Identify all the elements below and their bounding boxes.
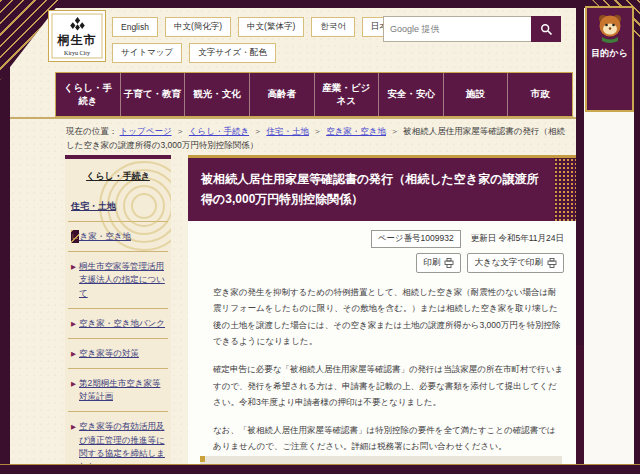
breadcrumb-separator: ＞ [254,126,263,136]
sidebar-item-support-corporation[interactable]: ▶ 桐生市空家等管理活用支援法人の指定について [65,252,171,308]
page-title: 被相続人居住用家屋等確認書の発行（相続した空き家の譲渡所得の3,000万円特別控… [188,155,576,221]
search-button[interactable] [531,16,561,42]
next-section-bar [200,456,562,464]
purpose-menu-panel[interactable]: 目的から [585,6,634,112]
breadcrumb-label: 現在の位置： [66,126,117,136]
sidebar: くらし・手続き 住宅・土地 ∟ 空き家・空き地 ▶ 桐生市空家等管理活用支援法人… [65,155,171,464]
arrow-marker-icon: ▶ [71,347,76,360]
printer-icon [547,258,557,268]
sidebar-item-vacant-house-bank[interactable]: ▶ 空き家・空き地バンク [65,309,171,338]
city-name-japanese: 桐生市 [58,32,97,49]
print-actions: 印刷 大きな文字で印刷 [188,253,564,273]
page-meta: ページ番号1009932 更新日 令和5年11月24日 [188,230,564,248]
nav-city-government[interactable]: 市政 [507,73,572,116]
arrow-marker-icon: ▶ [71,420,76,464]
breadcrumb-link-living[interactable]: くらし・手続き [189,126,249,136]
frame-right [634,0,640,474]
nav-facilities[interactable]: 施設 [443,73,508,116]
breadcrumb-link-housing-land[interactable]: 住宅・土地 [266,126,309,136]
kiryu-city-webpage: 桐生市 Kiryu City English 中文(簡化字) 中文(繁体字) 한… [0,0,640,474]
sidebar-item-countermeasures[interactable]: ▶ 空き家等の対策 [65,339,171,368]
print-button[interactable]: 印刷 [416,253,461,273]
global-navigation: くらし・手続き 子育て・教育 観光・文化 高齢者 産業・ビジネス 安全・安心 施… [55,72,573,117]
lang-chinese-traditional-button[interactable]: 中文(繁体字) [238,17,304,37]
nav-industry-business[interactable]: 産業・ビジネス [314,73,379,116]
printer-icon [444,258,454,268]
section-bullet-icon [200,456,205,462]
sidebar-item-vacant-houses[interactable]: ∟ 空き家・空き地 [65,222,171,251]
city-crest-icon [70,17,85,31]
breadcrumb-separator: ＞ [176,126,185,136]
header-divider [10,117,576,119]
city-logo[interactable]: 桐生市 Kiryu City [48,10,106,62]
sidebar-item-agreement[interactable]: ▶ 空き家等の有効活用及び適正管理の推進等に関する協定を締結しました [65,412,171,464]
search-icon [540,23,553,36]
frame-top [0,0,640,8]
nav-tourism-culture[interactable]: 観光・文化 [184,73,249,116]
purpose-panel-label: 目的から [591,47,627,60]
lang-english-button[interactable]: English [112,17,158,37]
page-number-badge: ページ番号1009932 [371,230,461,248]
body-paragraph-3: なお、「被相続人居住用家屋等確認書」は特別控除の要件を全て満たすことの確認書では… [213,422,564,455]
body-paragraph-2: 確定申告に必要な「被相続人居住用家屋等確認書」の発行は当該家屋の所在市町村で行い… [213,361,564,411]
breadcrumb-separator: ＞ [313,126,322,136]
breadcrumb-link-home[interactable]: トップページ [120,126,172,136]
arrow-marker-icon: ▶ [71,377,76,403]
font-size-color-button[interactable]: 文字サイズ・配色 [189,43,276,63]
sidebar-section-living[interactable]: くらし・手続き [65,159,171,193]
nav-childcare-education[interactable]: 子育て・教育 [120,73,185,116]
language-switcher: English 中文(簡化字) 中文(繁体字) 한국어 日本語 [112,17,405,37]
lang-korean-button[interactable]: 한국어 [311,17,355,37]
breadcrumb-link-vacant-houses[interactable]: 空き家・空き地 [326,126,386,136]
breadcrumb: 現在の位置： トップページ ＞ くらし・手続き ＞ 住宅・土地 ＞ 空き家・空き… [66,124,568,153]
updated-date: 更新日 令和5年11月24日 [471,233,564,245]
sidebar-item-second-plan[interactable]: ▶ 第2期桐生市空き家等対策計画 [65,369,171,411]
utility-links: サイトマップ 文字サイズ・配色 [112,43,276,63]
mascot-icon [594,12,626,44]
arrow-marker-icon: ▶ [71,317,76,330]
corner-marker-icon: ∟ [71,230,79,243]
lang-chinese-simplified-button[interactable]: 中文(簡化字) [165,17,231,37]
site-search [383,16,561,42]
sitemap-button[interactable]: サイトマップ [112,43,182,63]
breadcrumb-separator: ＞ [390,126,399,136]
frame-bottom [0,464,640,474]
main-content: 被相続人居住用家屋等確認書の発行（相続した空き家の譲渡所得の3,000万円特別控… [188,155,576,464]
search-input[interactable] [383,16,531,42]
body-paragraph-1: 空き家の発生を抑制するための特例措置として、相続した空き家（耐震性のない場合は耐… [213,284,564,350]
arrow-marker-icon: ▶ [71,260,76,300]
nav-living-procedures[interactable]: くらし・手続き [56,73,120,116]
nav-seniors[interactable]: 高齢者 [249,73,314,116]
right-dark-strip [576,0,584,345]
sidebar-category-housing-land[interactable]: 住宅・土地 [65,193,171,221]
print-large-text-button[interactable]: 大きな文字で印刷 [467,253,564,273]
nav-safety-security[interactable]: 安全・安心 [378,73,443,116]
city-name-english: Kiryu City [64,50,90,56]
title-pattern-decoration [554,158,576,221]
